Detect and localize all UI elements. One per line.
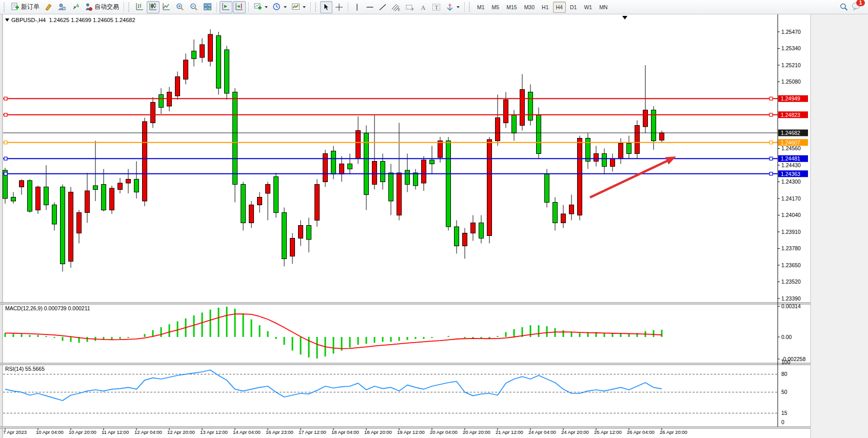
notifications-button[interactable]: 1 bbox=[852, 2, 862, 13]
shapes-tool-button[interactable] bbox=[444, 1, 462, 13]
price-line-axis-badge-text: 1.24607 bbox=[781, 140, 800, 146]
toolbar: 新订单 bbox=[0, 0, 868, 14]
toolbar-separator bbox=[348, 2, 348, 12]
candle-down bbox=[479, 223, 484, 238]
line-handle[interactable] bbox=[770, 113, 773, 116]
candle-up bbox=[126, 180, 131, 184]
timeframe-button-H1[interactable]: H1 bbox=[539, 2, 551, 13]
rsi-axis-label: 0 bbox=[781, 419, 784, 425]
new-order-label: 新订单 bbox=[21, 3, 40, 11]
chart-canvas[interactable]: 1.254701.253401.252101.250801.245601.244… bbox=[0, 14, 868, 438]
auto-trading-button[interactable]: 自动交易 bbox=[82, 1, 121, 13]
vertical-line-tool-button[interactable] bbox=[351, 1, 363, 13]
line-handle[interactable] bbox=[770, 141, 773, 144]
macd-axis-label: 0.00314 bbox=[781, 303, 801, 309]
new-order-button[interactable]: 新订单 bbox=[9, 1, 42, 13]
date-axis-label: 21 Apr 12:00 bbox=[496, 429, 523, 435]
trendline-tool-button[interactable] bbox=[377, 1, 389, 13]
fibonacci-tool-button[interactable]: E bbox=[389, 1, 403, 13]
candle-down bbox=[389, 173, 393, 201]
toolbar-grip[interactable] bbox=[4, 3, 7, 12]
date-axis-label: 20 Apr 04:00 bbox=[430, 429, 458, 435]
clock-icon bbox=[272, 3, 281, 11]
timeframe-button-M15[interactable]: M15 bbox=[503, 2, 520, 13]
dropdown-caret bbox=[303, 6, 306, 8]
zoom-out-button[interactable] bbox=[187, 1, 201, 13]
candle-up bbox=[340, 164, 344, 174]
chart-window[interactable]: 1.254701.253401.252101.250801.245601.244… bbox=[0, 14, 868, 438]
price-axis-label: 1.23520 bbox=[781, 278, 801, 285]
cursor-tool-button[interactable] bbox=[320, 1, 332, 13]
notification-badge: 1 bbox=[856, 0, 865, 6]
candle-down bbox=[307, 226, 311, 240]
periods-button[interactable] bbox=[270, 1, 289, 13]
zoom-in-button[interactable] bbox=[173, 1, 187, 13]
candlestick-chart-type-button[interactable] bbox=[147, 1, 160, 13]
line-handle[interactable] bbox=[4, 172, 7, 175]
templates-button[interactable] bbox=[289, 1, 308, 13]
tile-windows-button[interactable] bbox=[201, 1, 214, 13]
style-brush-button[interactable] bbox=[42, 1, 55, 13]
line-handle[interactable] bbox=[4, 113, 7, 116]
horizontal-line-tool-button[interactable] bbox=[364, 1, 376, 13]
candle-down bbox=[381, 162, 385, 182]
text-label-tool-button[interactable]: T bbox=[430, 1, 443, 13]
timeframe-button-D1[interactable]: D1 bbox=[567, 2, 580, 13]
candle-up bbox=[266, 185, 270, 194]
line-handle[interactable] bbox=[4, 141, 7, 144]
timeframe-button-MN[interactable]: MN bbox=[596, 2, 610, 13]
line-handle[interactable] bbox=[4, 97, 7, 100]
chart-shift-button[interactable] bbox=[233, 1, 246, 13]
signals-button[interactable] bbox=[69, 1, 82, 13]
date-axis-label: 7 Apr 2023 bbox=[3, 429, 27, 435]
line-handle[interactable] bbox=[770, 157, 773, 160]
right-margin bbox=[811, 14, 868, 438]
crosshair-tool-button[interactable] bbox=[333, 1, 345, 13]
candle-up bbox=[143, 122, 147, 201]
crosshair-icon bbox=[335, 3, 343, 11]
date-axis-label: 19 Apr 12:00 bbox=[397, 429, 425, 435]
candle-up bbox=[19, 181, 24, 187]
line-handle[interactable] bbox=[770, 172, 773, 175]
date-axis-label: 12 Apr 20:00 bbox=[167, 429, 195, 435]
candle-up bbox=[487, 140, 492, 236]
candle-down bbox=[586, 138, 590, 162]
date-axis-label: 24 Apr 04:00 bbox=[528, 429, 556, 435]
date-axis-label: 18 Apr 20:00 bbox=[364, 429, 392, 435]
bar-chart-type-button[interactable] bbox=[133, 1, 146, 13]
zoom-in-icon bbox=[175, 3, 185, 12]
timeframe-button-M5[interactable]: M5 bbox=[489, 2, 503, 13]
timeframe-button-W1[interactable]: W1 bbox=[581, 2, 595, 13]
search-icon[interactable] bbox=[839, 3, 849, 12]
new-chart-button[interactable] bbox=[251, 1, 270, 13]
profile-button[interactable] bbox=[55, 1, 68, 13]
toolbar-separator bbox=[248, 2, 249, 12]
channel-tool-button[interactable]: F bbox=[403, 1, 417, 13]
candle-down bbox=[216, 36, 221, 89]
collapse-triangle-icon[interactable] bbox=[5, 18, 9, 22]
candle-up bbox=[643, 110, 648, 127]
line-handle[interactable] bbox=[770, 97, 773, 100]
timeframe-button-M30[interactable]: M30 bbox=[521, 2, 538, 13]
date-axis-label: 16 Apr 23:00 bbox=[266, 429, 293, 435]
price-axis-label: 1.23650 bbox=[781, 262, 801, 268]
grid-channel-icon: F bbox=[405, 3, 415, 11]
line-handle[interactable] bbox=[4, 157, 7, 160]
date-axis-label: 18 Apr 04:00 bbox=[331, 429, 359, 435]
price-line-axis-badge-text: 1.24363 bbox=[781, 171, 800, 177]
profile-icon bbox=[57, 3, 66, 11]
toolbar-grip[interactable] bbox=[469, 3, 472, 12]
date-axis-label: 17 Apr 12:00 bbox=[299, 429, 326, 435]
new-order-icon bbox=[11, 3, 19, 11]
candle-down bbox=[405, 170, 410, 185]
text-tool-button[interactable]: A bbox=[417, 1, 429, 13]
toolbar-grip[interactable] bbox=[315, 3, 318, 12]
candle-down bbox=[159, 95, 164, 108]
timeframe-button-H4[interactable]: H4 bbox=[553, 2, 566, 13]
toolbar-separator bbox=[124, 2, 124, 12]
auto-scroll-button[interactable] bbox=[220, 1, 232, 13]
toolbar-grip[interactable] bbox=[128, 3, 131, 12]
timeframe-button-M1[interactable]: M1 bbox=[474, 2, 488, 13]
candle-up bbox=[290, 238, 295, 256]
line-chart-type-button[interactable] bbox=[160, 1, 173, 13]
